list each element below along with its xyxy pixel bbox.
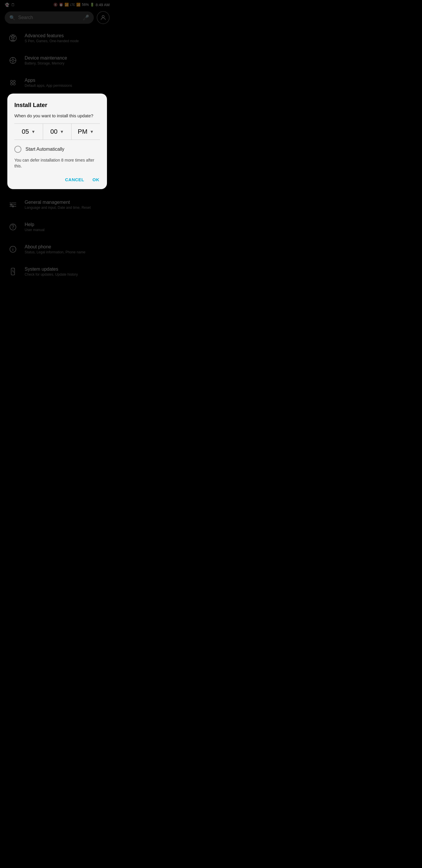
- defer-text: You can defer installation 8 more times …: [14, 157, 100, 169]
- modal-overlay: Install Later When do you want to instal…: [0, 0, 114, 283]
- hour-value: 05: [22, 128, 29, 135]
- cancel-button[interactable]: CANCEL: [64, 176, 85, 183]
- dialog-title: Install Later: [14, 102, 100, 108]
- dialog-question: When do you want to install this update?: [14, 113, 100, 118]
- install-later-dialog: Install Later When do you want to instal…: [7, 94, 107, 189]
- period-picker[interactable]: PM ▼: [71, 124, 100, 140]
- start-automatically-option[interactable]: Start Automatically: [14, 146, 100, 153]
- minute-value: 00: [51, 128, 58, 135]
- time-picker: 05 ▼ 00 ▼ PM ▼: [14, 124, 100, 140]
- radio-label: Start Automatically: [26, 147, 64, 152]
- radio-button[interactable]: [14, 146, 22, 153]
- period-value: PM: [78, 128, 87, 135]
- hour-picker[interactable]: 05 ▼: [14, 124, 43, 140]
- minute-picker[interactable]: 00 ▼: [43, 124, 71, 140]
- dialog-actions: CANCEL OK: [14, 176, 100, 183]
- hour-dropdown-arrow: ▼: [31, 129, 35, 134]
- period-dropdown-arrow: ▼: [90, 129, 94, 134]
- minute-dropdown-arrow: ▼: [60, 129, 64, 134]
- ok-button[interactable]: OK: [92, 176, 100, 183]
